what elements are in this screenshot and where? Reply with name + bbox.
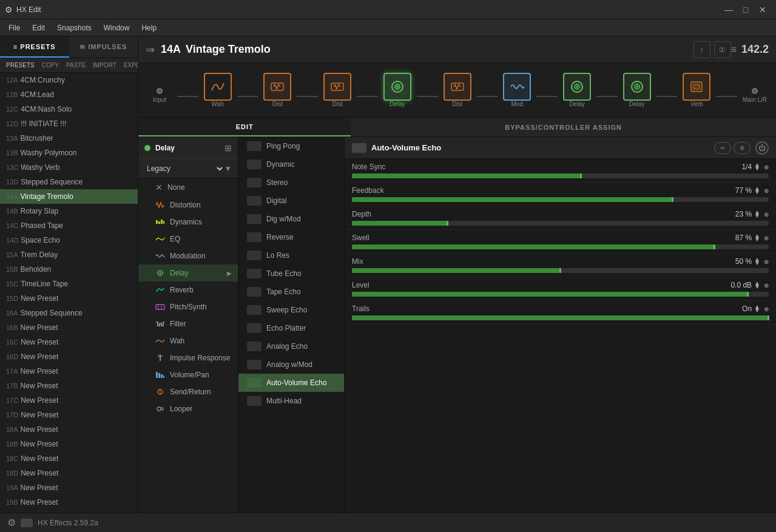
cat-reverb[interactable]: Reverb [138,281,238,298]
legacy-selector[interactable]: Legacy Modern [144,164,224,173]
preset-item-13b[interactable]: 13BWashy Polymoon [0,146,138,160]
preset-item-18c[interactable]: 18CNew Preset [0,451,138,466]
category-grid-button[interactable]: ⊞ [224,143,232,153]
effect-lo-res[interactable]: Lo Res [238,246,344,264]
preset-item-18a[interactable]: 18ANew Preset [0,422,138,437]
preset-item-16a[interactable]: 16AStepped Sequence [0,306,138,320]
effect-auto-volume[interactable]: Auto-Volume Echo [238,374,344,392]
depth-adj[interactable]: ⊕ [764,211,769,218]
mod-block[interactable] [503,73,531,101]
depth-bar[interactable] [352,221,769,226]
preset-item-16d[interactable]: 16DNew Preset [0,349,138,364]
cat-impulse[interactable]: Impulse Response [138,349,238,366]
feedback-adj[interactable]: ⊕ [764,187,769,194]
tool-presets[interactable]: PRESETS [2,61,38,70]
note-sync-bar[interactable] [352,173,769,178]
effect-stereo[interactable]: Stereo [238,173,344,192]
effect-analog-wmod[interactable]: Analog w/Mod [238,355,344,374]
menu-window[interactable]: Window [98,21,136,35]
nav-arrow[interactable]: ⇒ [146,43,155,56]
cat-pitch[interactable]: Pitch/Synth [138,298,238,315]
swell-arrows[interactable]: ▲▼ [754,234,760,241]
chain-delay3[interactable]: Delay [620,73,654,107]
cat-distortion[interactable]: Distortion [138,197,238,214]
preset-item-13a[interactable]: 13ABitcrusher [0,131,138,146]
preset-item-17d[interactable]: 17DNew Preset [0,408,138,422]
cat-send[interactable]: Send/Return [138,383,238,400]
preset-item-13d[interactable]: 13DStepped Sequence [0,175,138,189]
effect-digital[interactable]: Digital [238,192,344,210]
level-adj[interactable]: ⊕ [764,282,769,289]
preset-item-19a[interactable]: 19ANew Preset [0,480,138,495]
minimize-button[interactable]: — [720,1,737,18]
preset-item-12c[interactable]: 12C4CM:Nash Solo [0,102,138,116]
preset-item-12a[interactable]: 12A4CM:Crunchy [0,73,138,87]
trails-adj[interactable]: ⊕ [764,306,769,312]
preset-item-12b[interactable]: 12B4CM:Lead [0,87,138,102]
close-button[interactable]: ✕ [754,1,771,18]
preset-item-17b[interactable]: 17BNew Preset [0,379,138,393]
menu-help[interactable]: Help [135,21,163,35]
tool-copy[interactable]: COPY [38,61,62,70]
cat-eq[interactable]: EQ [138,231,238,247]
tab-edit[interactable]: EDIT [138,118,351,136]
cat-filter[interactable]: Filter [138,315,238,332]
export-button[interactable]: ↑ [693,41,710,58]
menu-edit[interactable]: Edit [26,21,51,35]
link-button-1[interactable]: ∞ [714,142,731,154]
cat-none[interactable]: ✕ None [138,178,238,197]
preset-item-14a[interactable]: 14AVintage Tremolo [0,189,138,204]
cat-volume[interactable]: Volume/Pan [138,366,238,383]
swell-adj[interactable]: ⊕ [764,235,769,241]
level-bar[interactable] [352,292,769,297]
effect-analog-echo[interactable]: Analog Echo [238,337,344,355]
list-icon[interactable]: ≡ [731,44,737,55]
preset-item-19c[interactable]: 19CNew Preset [0,510,138,513]
preset-item-14c[interactable]: 14CPhased Tape [0,218,138,233]
swell-bar[interactable] [352,244,769,249]
mix-bar[interactable] [352,268,769,273]
preset-item-16b[interactable]: 16BNew Preset [0,320,138,335]
tab-presets[interactable]: ≡ PRESETS [0,36,69,58]
category-selector[interactable]: Legacy Modern ▼ [138,159,238,178]
power-button[interactable]: ⏻ [755,141,769,155]
restore-button[interactable]: □ [737,1,754,18]
delay3-block[interactable] [623,73,651,101]
chain-dist3[interactable]: Dist [440,73,474,107]
tab-bypass[interactable]: BYPASS/CONTROLLER ASSIGN [351,118,776,136]
wah-block[interactable] [204,73,232,101]
info-button[interactable]: ① [714,41,731,58]
chain-delay1[interactable]: Delay [380,73,414,107]
dist2-block[interactable] [323,73,351,101]
effect-tube-echo[interactable]: Tube Echo [238,264,344,283]
effect-echo-platter[interactable]: Echo Platter [238,319,344,337]
level-arrows[interactable]: ▲▼ [754,281,760,289]
cat-delay[interactable]: Delay ▶ [138,264,238,281]
mix-arrows[interactable]: ▲▼ [754,258,760,265]
depth-arrows[interactable]: ▲▼ [754,210,760,218]
menu-snapshots[interactable]: Snapshots [51,21,98,35]
cat-dynamics[interactable]: Dynamics [138,214,238,231]
preset-item-14b[interactable]: 14BRotary Slap [0,204,138,218]
note-sync-adj[interactable]: ⊕ [764,164,769,170]
preset-item-17a[interactable]: 17ANew Preset [0,364,138,379]
feedback-arrows[interactable]: ▲▼ [754,187,760,194]
preset-item-12d[interactable]: 12D!!! INITIATE !!! [0,116,138,131]
dist1-block[interactable] [263,73,291,101]
delay2-block[interactable] [563,73,591,101]
settings-icon[interactable]: ⚙ [7,517,16,528]
tab-impulses[interactable]: ≋ IMPULSES [69,36,138,58]
mix-adj[interactable]: ⊕ [764,258,769,265]
preset-item-18b[interactable]: 18BNew Preset [0,437,138,451]
trails-arrows[interactable]: ▲▼ [754,305,760,312]
tool-paste[interactable]: PASTE [62,61,89,70]
link-button-2[interactable]: ⊗ [734,142,751,154]
dist3-block[interactable] [444,73,471,101]
trails-bar[interactable] [352,315,769,320]
effect-dig-wmod[interactable]: Dig w/Mod [238,210,344,228]
effect-reverse[interactable]: Reverse [238,228,344,246]
tool-import[interactable]: IMPORT [89,61,120,70]
effect-multi-head[interactable]: Multi-Head [238,392,344,410]
chain-delay2[interactable]: Delay [560,73,594,107]
feedback-bar[interactable] [352,197,769,202]
